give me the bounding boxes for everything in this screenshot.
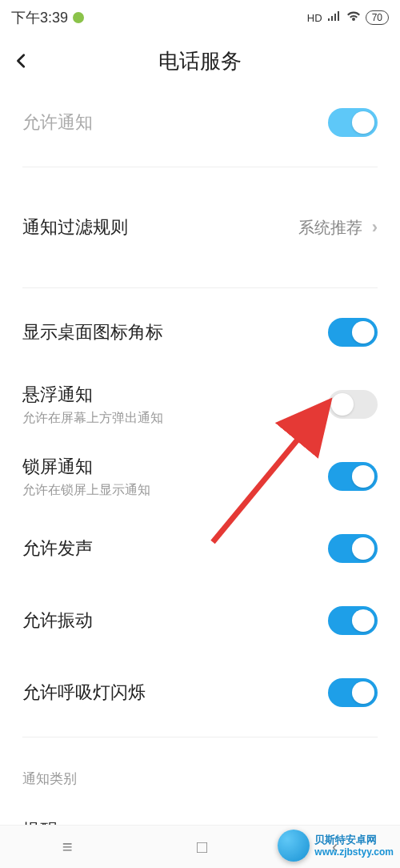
- row-allow-sound: 允许发声: [22, 512, 378, 585]
- watermark-logo-icon: [278, 830, 310, 862]
- wifi-icon: [346, 11, 361, 25]
- nav-home-icon[interactable]: □: [197, 837, 207, 858]
- label-lock-notify: 锁屏通知: [22, 455, 328, 479]
- battery-badge: 70: [366, 10, 389, 25]
- toggle-lock-notify[interactable]: [328, 462, 378, 491]
- toggle-float-notify[interactable]: [328, 390, 378, 419]
- row-allow-notify: 允许通知: [22, 86, 378, 159]
- page-title: 电话服务: [158, 47, 242, 75]
- label-allow-vibrate: 允许振动: [22, 609, 328, 633]
- nav-menu-icon[interactable]: ≡: [62, 837, 73, 858]
- back-button[interactable]: [13, 45, 45, 77]
- row-float-notify: 悬浮通知 允许在屏幕上方弹出通知: [22, 368, 378, 440]
- status-time: 下午3:39: [11, 8, 68, 27]
- label-filter-rule: 通知过滤规则: [22, 215, 298, 239]
- row-lock-notify: 锁屏通知 允许在锁屏上显示通知: [22, 440, 378, 512]
- section-category: 通知类别: [22, 745, 378, 794]
- nav-header: 电话服务: [0, 35, 400, 86]
- label-allow-sound: 允许发声: [22, 536, 328, 561]
- watermark-name: 贝斯特安卓网: [314, 834, 394, 846]
- toggle-allow-led[interactable]: [328, 678, 378, 707]
- divider: [22, 287, 378, 288]
- label-allow-notify: 允许通知: [22, 111, 328, 135]
- label-show-badge: 显示桌面图标角标: [22, 320, 328, 344]
- signal-icon: [327, 11, 342, 25]
- divider: [22, 737, 378, 737]
- watermark-url: www.zjbstyy.com: [314, 846, 394, 858]
- toggle-allow-notify[interactable]: [328, 108, 378, 137]
- status-bar: 下午3:39 HD 70: [0, 0, 400, 35]
- toggle-show-badge[interactable]: [328, 318, 378, 347]
- watermark: 贝斯特安卓网 www.zjbstyy.com: [278, 830, 394, 862]
- divider: [22, 167, 378, 167]
- hd-icon: HD: [307, 12, 322, 24]
- toggle-allow-sound[interactable]: [328, 534, 378, 563]
- value-filter-rule: 系统推荐: [298, 217, 362, 239]
- row-allow-vibrate: 允许振动: [22, 585, 378, 657]
- row-show-badge: 显示桌面图标角标: [22, 296, 378, 368]
- status-right: HD 70: [307, 10, 389, 25]
- chevron-right-icon: ›: [372, 217, 378, 238]
- status-left: 下午3:39: [11, 8, 84, 27]
- label-float-notify: 悬浮通知: [22, 383, 328, 407]
- sublabel-float-notify: 允许在屏幕上方弹出通知: [22, 410, 328, 427]
- row-filter-rule[interactable]: 通知过滤规则 系统推荐 ›: [22, 175, 378, 279]
- sublabel-lock-notify: 允许在锁屏上显示通知: [22, 482, 328, 499]
- row-allow-led: 允许呼吸灯闪烁: [22, 657, 378, 729]
- app-status-icon: [73, 12, 84, 23]
- toggle-allow-vibrate[interactable]: [328, 606, 378, 635]
- label-allow-led: 允许呼吸灯闪烁: [22, 681, 328, 705]
